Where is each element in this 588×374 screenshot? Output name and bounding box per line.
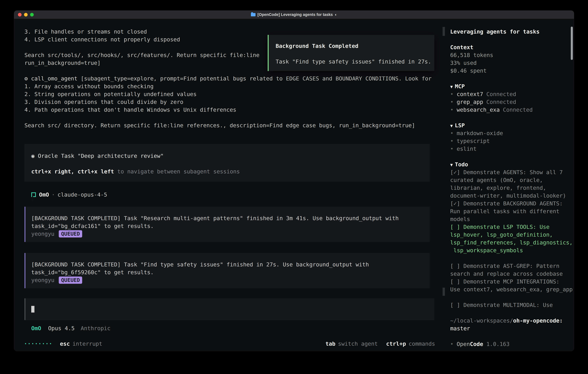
mcp-item-name: grep_app bbox=[457, 99, 483, 105]
todo-line: librarian, explore, frontend, bbox=[450, 184, 574, 192]
lsp-item: •eslint bbox=[450, 145, 574, 153]
mcp-section-label: MCP bbox=[455, 83, 465, 90]
bullet-icon: • bbox=[450, 130, 453, 136]
message-text-line: [BACKGROUND TASK COMPLETED] Task "Resear… bbox=[31, 214, 430, 222]
prompt-input[interactable] bbox=[24, 298, 434, 320]
sidebar-scrollbar-thumb[interactable] bbox=[571, 27, 573, 60]
status-bar: •••••••• esc interrupt tabswitch agent c… bbox=[24, 340, 435, 348]
todo-section-header[interactable]: ▼Todo bbox=[450, 161, 574, 168]
lsp-section-label: LSP bbox=[455, 122, 465, 129]
queued-status-badge: QUEUED bbox=[59, 230, 82, 238]
bullet-icon: • bbox=[450, 107, 453, 113]
lsp-item-name: eslint bbox=[457, 146, 476, 152]
sidebar: Leveraging agents for tasks Context 66,5… bbox=[445, 19, 574, 351]
todo-line-active: lsp_hover, lsp_goto_definition, bbox=[450, 231, 574, 239]
todo-line: [ ] Demonstrate MULTIMODAL: Use bbox=[450, 301, 574, 309]
esc-key-label: interrupt bbox=[73, 340, 102, 348]
message-meta: yeongyu QUEUED bbox=[31, 276, 430, 284]
bullet-icon: • bbox=[450, 99, 453, 105]
terminal-line: 3. File handles or streams not closed bbox=[24, 28, 445, 36]
mcp-item: •context7Connected bbox=[450, 90, 574, 98]
workspace-repo-name: oh-my-opencode: bbox=[513, 317, 563, 324]
app-version: 1.0.163 bbox=[486, 341, 509, 347]
main-scrollbar-thumb[interactable] bbox=[443, 27, 445, 36]
mcp-item-name: websearch_exa bbox=[457, 107, 500, 113]
todo-line: [✓] Demonstrate BACKGROUND AGENTS: bbox=[450, 200, 574, 208]
chevron-down-icon: ▼ bbox=[450, 123, 453, 128]
brand-name-bold: Code bbox=[470, 341, 483, 347]
hint-text: to navigate between subagent sessions bbox=[114, 168, 240, 175]
todo-line-active: lsp_workspace_symbols bbox=[450, 246, 574, 254]
agent-session-header[interactable]: OmO · claude-opus-4-5 bbox=[24, 191, 445, 198]
separator-dot: · bbox=[52, 191, 55, 198]
message-text-line: task_id="bg_6f59260c" to get results. bbox=[31, 269, 430, 276]
zoom-button[interactable] bbox=[30, 13, 34, 17]
mcp-item-status: Connected bbox=[503, 107, 533, 113]
moon-loading-icon: ◐ bbox=[335, 12, 337, 17]
terminal-window: [OpenCode] Leveraging agents for tasks ◐… bbox=[14, 10, 574, 351]
todo-line: [✓] Demonstrate AGENTS: Show all 7 bbox=[450, 168, 574, 176]
todo-line-active: [ ] Demonstrate LSP TOOLS: Use bbox=[450, 223, 574, 231]
message-text-line: [BACKGROUND TASK COMPLETED] Task "Find t… bbox=[31, 261, 430, 269]
titlebar[interactable]: [OpenCode] Leveraging agents for tasks ◐ bbox=[14, 10, 574, 19]
todo-line: [ ] Demonstrate MCP INTEGRATIONS: bbox=[450, 278, 574, 285]
message-text-line: task_id="bg_dcfac161" to get results. bbox=[31, 222, 430, 230]
oracle-task-panel[interactable]: ◉ Oracle Task "Deep architecture review"… bbox=[24, 144, 430, 182]
context-spent: $0.46 spent bbox=[450, 67, 574, 75]
lsp-item: •markdown-oxide bbox=[450, 129, 574, 137]
chevron-down-icon: ▼ bbox=[450, 84, 453, 89]
todo-line: Run parallel tasks with different bbox=[450, 208, 574, 215]
minimize-button[interactable] bbox=[24, 13, 28, 17]
traffic-lights bbox=[14, 13, 34, 17]
window-title: [OpenCode] Leveraging agents for tasks bbox=[258, 12, 333, 17]
mcp-item: •grep_appConnected bbox=[450, 98, 574, 106]
main-scrollbar-thumb[interactable] bbox=[443, 288, 445, 296]
todo-line: document-writer, multimodal-looker) bbox=[450, 192, 574, 200]
terminal-line: 2. String operations on potentially unde… bbox=[24, 90, 445, 98]
commands-hint: ctrl+pcommands bbox=[386, 340, 435, 348]
todo-line: [ ] Demonstrate AST-GREP: Pattern bbox=[450, 262, 574, 270]
mcp-item-status: Connected bbox=[486, 99, 516, 105]
lsp-item-name: typescript bbox=[457, 138, 490, 144]
agent-square-icon bbox=[31, 192, 36, 197]
agent-model: claude-opus-4-5 bbox=[58, 191, 107, 198]
tab-key-label: switch agent bbox=[338, 341, 378, 347]
tab-key-hint: tab bbox=[326, 341, 336, 347]
todo-line: curated agents (OmO, oracle, bbox=[450, 176, 574, 184]
mcp-section-header[interactable]: ▼MCP bbox=[450, 83, 574, 90]
background-task-message: [BACKGROUND TASK COMPLETED] Task "Find t… bbox=[24, 253, 430, 288]
todo-line-active: lsp_find_references, lsp_diagnostics, bbox=[450, 239, 574, 246]
app-version-row: •OpenCode1.0.163 bbox=[450, 340, 574, 348]
bullet-icon: • bbox=[450, 91, 453, 97]
lsp-section-header[interactable]: ▼LSP bbox=[450, 122, 574, 129]
lsp-item: •typescript bbox=[450, 137, 574, 145]
terminal-line: 3. Division operations that could divide… bbox=[24, 98, 445, 106]
background-task-message: [BACKGROUND TASK COMPLETED] Task "Resear… bbox=[24, 207, 430, 242]
close-button[interactable] bbox=[18, 13, 21, 17]
tool-call-line: ⚙ call_omo_agent [subagent_type=explore,… bbox=[24, 75, 445, 83]
active-agent-name: OmO bbox=[31, 324, 41, 332]
todo-section-label: Todo bbox=[455, 161, 468, 168]
window-title-area: [OpenCode] Leveraging agents for tasks ◐ bbox=[14, 12, 574, 17]
notification-body: Task "Find type safety issues" finished … bbox=[276, 58, 434, 65]
context-header: Context bbox=[450, 43, 574, 51]
bullet-icon: • bbox=[450, 138, 453, 144]
record-icon: ◉ bbox=[31, 153, 35, 159]
terminal-line: Search src/ directory. Return specific f… bbox=[24, 122, 445, 129]
mcp-item-status: Connected bbox=[486, 91, 516, 97]
terminal-line: 1. Array access without bounds checking bbox=[24, 83, 445, 90]
ctrlp-key-label: commands bbox=[409, 341, 435, 347]
workspace-branch: master bbox=[450, 324, 574, 332]
model-provider: Anthropic bbox=[81, 324, 111, 332]
workspace-path-prefix: ~/local-workspaces/ bbox=[450, 317, 513, 324]
chat-area: 3. File handles or streams not closed 4.… bbox=[14, 19, 445, 351]
mcp-item: •websearch_exaConnected bbox=[450, 106, 574, 114]
chevron-down-icon: ▼ bbox=[450, 162, 453, 167]
task-completed-notification: Background Task Completed Task "Find typ… bbox=[268, 35, 434, 71]
message-meta: yeongyu QUEUED bbox=[31, 230, 430, 238]
todo-line: search and replace across codebase bbox=[450, 270, 574, 278]
session-title: Leveraging agents for tasks bbox=[450, 28, 574, 36]
queued-status-badge: QUEUED bbox=[59, 277, 82, 284]
hint-keys: ctrl+x right, ctrl+x left bbox=[31, 168, 114, 175]
ctrlp-key-hint: ctrl+p bbox=[386, 341, 406, 347]
